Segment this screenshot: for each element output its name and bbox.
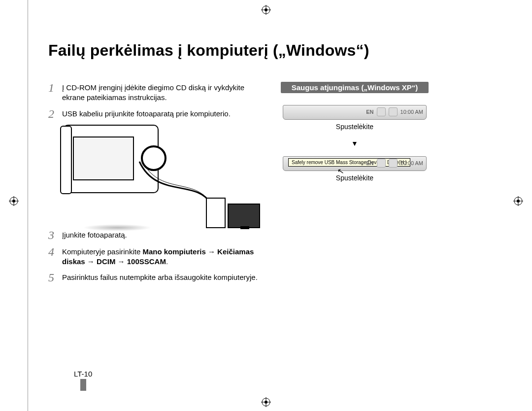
safely-remove-hardware-icon[interactable] [377, 159, 386, 168]
clock: 10:00 AM [400, 109, 423, 115]
step-number: 4 [48, 246, 62, 258]
taskbar-tray: EN 10:00 AM [283, 105, 427, 120]
step-1: 1 Į CD-ROM įrenginį įdėkite diegimo CD d… [48, 82, 260, 103]
step-3: 3 Įjunkite fotoaparatą. [48, 229, 260, 241]
click-label: Spustelėkite [281, 123, 429, 131]
svg-point-3 [265, 8, 267, 11]
page-title: Failų perkėlimas į kompiuterį („Windows“… [48, 41, 369, 60]
step-number: 2 [48, 108, 62, 120]
page-number: LT-10 [74, 370, 92, 391]
svg-point-11 [517, 200, 520, 203]
step-text: USB kabeliu prijunkite fotoaparatą prie … [62, 108, 231, 119]
step-number: 3 [48, 229, 62, 241]
camera-to-pc-illustration [63, 125, 260, 228]
registration-mark-icon [261, 5, 271, 15]
svg-point-15 [265, 401, 267, 404]
step-number: 1 [48, 82, 62, 94]
step-2: 2 USB kabeliu prijunkite fotoaparatą pri… [48, 108, 260, 120]
svg-point-7 [12, 200, 15, 203]
step-text: Į CD-ROM įrenginį įdėkite diegimo CD dis… [62, 82, 260, 103]
language-indicator: EN [366, 160, 373, 166]
safely-remove-hardware-icon[interactable] [377, 107, 386, 116]
cursor-icon: ↖ [336, 166, 344, 176]
step-text: Kompiuteryje pasirinkite Mano kompiuteri… [62, 246, 260, 267]
monitor-icon [228, 204, 260, 228]
down-arrow-icon: ▼ [281, 139, 429, 147]
safe-removal-panel: Saugus atjungimas („Windows XP“) EN 10:0… [281, 82, 429, 182]
steps-list: 1 Į CD-ROM įrenginį įdėkite diegimo CD d… [48, 82, 260, 288]
registration-mark-icon [261, 397, 271, 407]
clock: 10:00 AM [400, 160, 423, 166]
pc-tower-icon [206, 198, 226, 228]
registration-mark-icon [9, 196, 19, 206]
step-number: 5 [48, 272, 62, 283]
click-label: Spustelėkite [281, 174, 429, 182]
tray-icon [389, 159, 398, 168]
taskbar-tray-with-tooltip: Safely remove USB Mass Storage Device - … [283, 156, 427, 171]
tray-icon [389, 107, 398, 116]
registration-mark-icon [513, 196, 523, 206]
crop-line [28, 0, 28, 411]
step-4: 4 Kompiuteryje pasirinkite Mano kompiute… [48, 246, 260, 267]
language-indicator: EN [366, 109, 373, 115]
panel-header: Saugus atjungimas („Windows XP“) [281, 82, 429, 93]
step-5: 5 Pasirinktus failus nutempkite arba išs… [48, 272, 260, 283]
step-text: Pasirinktus failus nutempkite arba išsau… [62, 272, 258, 282]
